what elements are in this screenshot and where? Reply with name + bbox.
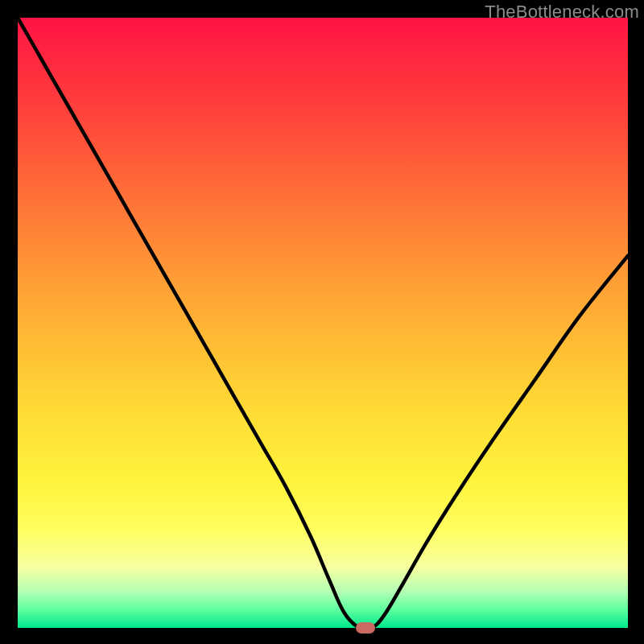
plot-area — [18, 18, 628, 628]
chart-frame: TheBottleneck.com — [0, 0, 644, 644]
optimum-marker — [356, 622, 375, 634]
bottleneck-curve — [18, 18, 628, 628]
watermark-text: TheBottleneck.com — [485, 2, 639, 23]
